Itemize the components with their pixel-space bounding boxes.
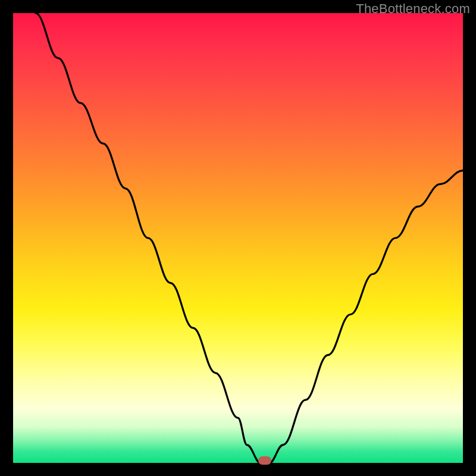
chart-frame: TheBottleneck.com: [0, 0, 476, 476]
bottleneck-curve: [13, 13, 463, 463]
plot-area: [13, 13, 463, 463]
optimum-marker: [258, 456, 271, 465]
